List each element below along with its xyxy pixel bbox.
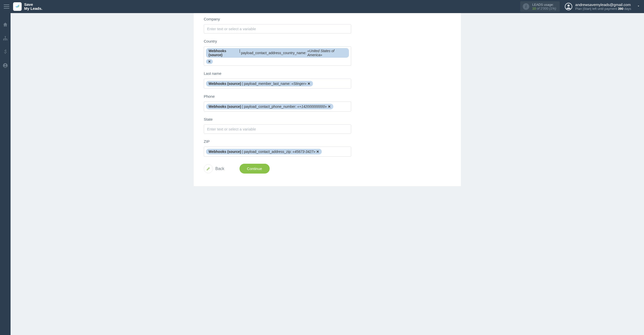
- form-inner: Company Country Webhooks (source) | payl…: [204, 17, 351, 174]
- pencil-icon: [204, 164, 213, 173]
- usage-current: 10: [532, 7, 536, 10]
- usage-total: 2'000: [540, 7, 548, 10]
- user-plan: Plan |Start| left until payment 390 days: [575, 7, 631, 11]
- continue-button[interactable]: Continue: [239, 164, 270, 174]
- logo-line2: My Leads.: [24, 7, 43, 11]
- header-left: Save My Leads.: [4, 2, 43, 11]
- svg-point-7: [5, 64, 6, 66]
- field-last-name: Last name Webhooks (source) | payload_me…: [204, 71, 351, 89]
- input-phone[interactable]: Webhooks (source) | payload_contact_phon…: [204, 102, 351, 112]
- logo-text: Save My Leads.: [24, 3, 43, 11]
- usage-of: of: [537, 7, 540, 10]
- tag-phone: Webhooks (source) | payload_contact_phon…: [206, 104, 333, 109]
- input-last-name[interactable]: Webhooks (source) | payload_member_last_…: [204, 79, 351, 89]
- tag-payload: payload_contact_address_country_name:: [241, 51, 306, 55]
- svg-rect-3: [3, 40, 4, 41]
- tag-remove-zip[interactable]: ✕: [316, 150, 319, 154]
- tag-last-name: Webhooks (source) | payload_member_last_…: [206, 81, 313, 86]
- svg-rect-2: [5, 36, 6, 37]
- usage-label: LEADS usage:: [532, 3, 556, 7]
- label-zip: ZIP: [204, 139, 351, 144]
- input-zip[interactable]: Webhooks (source) | payload_contact_addr…: [204, 147, 351, 157]
- input-state[interactable]: [204, 124, 351, 134]
- tag-payload: payload_member_last_name:: [244, 82, 290, 86]
- tag-remove-last-name[interactable]: ✕: [307, 82, 310, 86]
- usage-text: LEADS usage: 10 of 2'000 (1%): [532, 3, 556, 10]
- chevron-down-icon[interactable]: [637, 4, 640, 9]
- back-label: Back: [215, 166, 224, 171]
- tag-payload: payload_contact_phone_number:: [244, 105, 296, 109]
- plan-days-num: 390: [618, 7, 623, 11]
- tag-remove-phone[interactable]: ✕: [328, 105, 331, 109]
- label-company: Company: [204, 17, 351, 21]
- svg-rect-5: [7, 40, 8, 41]
- sidebar-home-icon[interactable]: [3, 22, 8, 28]
- label-last-name: Last name: [204, 71, 351, 76]
- label-state: State: [204, 117, 351, 121]
- sidebar-billing-icon[interactable]: [3, 49, 8, 56]
- plan-days-word: days: [624, 7, 631, 11]
- form-card: Company Country Webhooks (source) | payl…: [194, 13, 461, 186]
- tag-example: «Stinger»: [291, 82, 306, 86]
- tag-payload: payload_contact_address_zip:: [244, 150, 292, 154]
- input-company[interactable]: [204, 24, 351, 34]
- user-avatar-icon: [565, 3, 572, 10]
- app-logo[interactable]: Save My Leads.: [13, 2, 43, 11]
- field-state: State: [204, 117, 351, 134]
- label-phone: Phone: [204, 94, 351, 98]
- tag-source: Webhooks (source): [209, 150, 241, 154]
- header-right: i LEADS usage: 10 of 2'000 (1%) andrewsa…: [520, 1, 640, 12]
- tag-zip: Webhooks (source) | payload_contact_addr…: [206, 149, 322, 154]
- usage-value: 10 of 2'000 (1%): [532, 7, 556, 10]
- info-icon: i: [523, 3, 529, 10]
- usage-indicator: i LEADS usage: 10 of 2'000 (1%): [520, 1, 560, 12]
- label-country: Country: [204, 39, 351, 43]
- sidebar-nav: [0, 13, 11, 186]
- field-company: Company: [204, 17, 351, 34]
- logo-line1: Save: [24, 3, 43, 7]
- logo-checkmark-icon: [13, 2, 22, 11]
- input-country[interactable]: Webhooks (source) | payload_contact_addr…: [204, 46, 351, 66]
- field-zip: ZIP Webhooks (source) | payload_contact_…: [204, 139, 351, 157]
- back-button[interactable]: Back: [204, 164, 224, 173]
- user-info: andrewsavemyleads@gmail.com Plan |Start|…: [575, 3, 631, 11]
- tag-example: «+142000000000»: [297, 105, 327, 109]
- tag-remove-country[interactable]: ✕: [206, 59, 213, 64]
- tag-source: Webhooks (source): [209, 82, 241, 86]
- main-content: Company Country Webhooks (source) | payl…: [11, 13, 644, 186]
- user-menu[interactable]: andrewsavemyleads@gmail.com Plan |Start|…: [565, 3, 640, 11]
- tag-example: «United States of America»: [307, 49, 346, 57]
- tag-example: «45673-3427»: [293, 150, 315, 154]
- tag-source: Webhooks (source): [209, 105, 241, 109]
- usage-percent: (1%): [549, 7, 556, 10]
- tag-source: Webhooks (source): [209, 49, 238, 57]
- user-email: andrewsavemyleads@gmail.com: [575, 3, 631, 7]
- svg-point-1: [567, 5, 570, 7]
- plan-prefix: Plan |Start| left until payment: [575, 7, 617, 11]
- field-phone: Phone Webhooks (source) | payload_contac…: [204, 94, 351, 112]
- sidebar-account-icon[interactable]: [3, 63, 8, 69]
- form-actions: Back Continue: [204, 164, 351, 174]
- tag-country: Webhooks (source) | payload_contact_addr…: [206, 48, 349, 58]
- sidebar-connections-icon[interactable]: [3, 36, 8, 42]
- menu-toggle-button[interactable]: [4, 5, 9, 9]
- svg-rect-4: [5, 40, 6, 41]
- field-country: Country Webhooks (source) | payload_cont…: [204, 39, 351, 66]
- app-header: Save My Leads. i LEADS usage: 10 of 2'00…: [0, 0, 644, 13]
